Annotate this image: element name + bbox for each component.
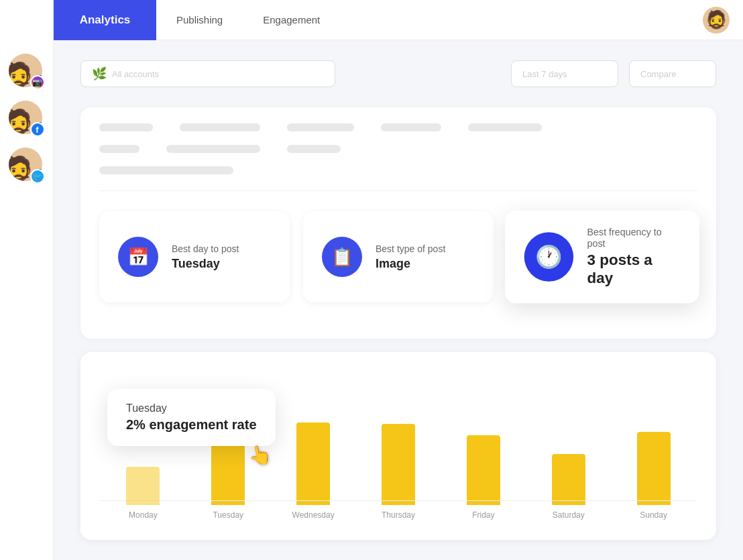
account-placeholder: All accounts — [112, 69, 159, 79]
facebook-badge: f — [30, 122, 45, 137]
bar-label-saturday: Saturday — [553, 510, 585, 520]
calendar-icon: 📅 — [118, 237, 158, 277]
bar-group-saturday: Saturday — [526, 454, 611, 520]
chart-tooltip: Tuesday 2% engagement rate — [107, 389, 276, 446]
bar-monday[interactable] — [126, 467, 160, 505]
account-filter[interactable]: 🌿 All accounts — [80, 60, 335, 87]
skeleton-section: 📅 Best day to post Tuesday 📋 Best type o… — [80, 107, 716, 339]
tooltip-day: Tuesday — [126, 402, 257, 414]
sidebar: 🧔 📷 🧔 f 🧔 🐦 — [0, 0, 54, 560]
sidebar-account-facebook[interactable]: 🧔 f — [9, 101, 45, 137]
bar-thursday[interactable] — [382, 424, 415, 505]
publishing-tab[interactable]: Publishing — [156, 0, 243, 40]
bar-group-friday: Friday — [441, 435, 526, 520]
date-filter[interactable]: Last 7 days — [511, 60, 618, 87]
insight-label-type: Best type of post — [376, 243, 445, 254]
compare-placeholder: Compare — [640, 69, 676, 79]
analytics-tab[interactable]: Analytics — [54, 0, 156, 40]
bar-wednesday[interactable] — [296, 423, 330, 505]
publishing-label: Publishing — [176, 14, 223, 25]
bar-group-sunday: Sunday — [611, 432, 696, 520]
insight-value-day: Tuesday — [172, 257, 239, 271]
bar-label-monday: Monday — [129, 510, 158, 520]
date-placeholder: Last 7 days — [522, 69, 567, 79]
bar-group-thursday: Thursday — [356, 424, 441, 520]
bar-group-monday: Monday — [101, 467, 186, 520]
insight-value-type: Image — [376, 257, 445, 271]
cursor-icon: 👆 — [246, 442, 273, 468]
instagram-badge: 📷 — [30, 75, 45, 90]
content-type-icon: 📋 — [322, 237, 362, 277]
insight-card-type: 📋 Best type of post Image — [303, 211, 494, 302]
tooltip-value: 2% engagement rate — [126, 417, 257, 433]
bar-label-sunday: Sunday — [640, 510, 667, 520]
bar-label-tuesday: Tuesday — [213, 510, 243, 520]
bar-saturday[interactable] — [552, 454, 585, 505]
engagement-tab[interactable]: Engagement — [243, 0, 340, 40]
sidebar-account-twitter[interactable]: 🧔 🐦 — [9, 148, 45, 184]
sidebar-account-instagram[interactable]: 🧔 📷 — [9, 54, 45, 90]
chart-section: MondayTuesdayWednesdayThursdayFridaySatu… — [80, 352, 716, 540]
clock-icon: 🕐 — [524, 232, 573, 281]
bar-sunday[interactable] — [637, 432, 671, 505]
analytics-label: Analytics — [80, 13, 131, 27]
bar-group-wednesday: Wednesday — [271, 423, 356, 520]
insight-label-day: Best day to post — [172, 243, 239, 254]
bar-label-wednesday: Wednesday — [292, 510, 335, 520]
content-area: 🌿 All accounts Last 7 days Compare — [54, 40, 743, 560]
compare-filter[interactable]: Compare — [629, 60, 716, 87]
insight-value-frequency: 3 posts a day — [587, 251, 681, 287]
bar-friday[interactable] — [467, 435, 500, 505]
insight-card-frequency: 🕐 Best frequency to post 3 posts a day — [505, 211, 699, 304]
user-avatar-top[interactable]: 🧔 — [703, 7, 730, 34]
bar-label-friday: Friday — [472, 510, 494, 520]
main-area: Analytics Publishing Engagement 🧔 🌿 All … — [54, 0, 743, 560]
twitter-badge: 🐦 — [30, 169, 45, 184]
chart-baseline — [101, 500, 696, 501]
top-navigation: Analytics Publishing Engagement 🧔 — [54, 0, 743, 40]
bar-label-thursday: Thursday — [382, 510, 415, 520]
engagement-label: Engagement — [263, 14, 320, 25]
insight-card-day: 📅 Best day to post Tuesday — [99, 211, 290, 302]
insights-row: 📅 Best day to post Tuesday 📋 Best type o… — [99, 211, 697, 302]
filter-bar: 🌿 All accounts Last 7 days Compare — [80, 60, 716, 87]
insight-label-frequency: Best frequency to post — [587, 227, 681, 249]
